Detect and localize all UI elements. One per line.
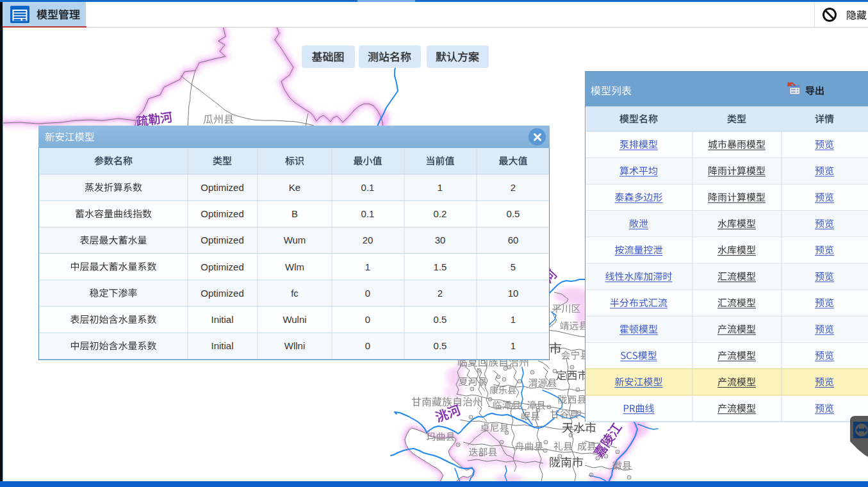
svg-text:2: 2 [511, 182, 516, 193]
svg-text:Initial: Initial [211, 314, 233, 325]
svg-text:Optimized: Optimized [201, 261, 244, 272]
svg-text:1: 1 [365, 261, 370, 272]
svg-text:B: B [291, 208, 298, 219]
svg-text:0.5: 0.5 [507, 208, 520, 219]
svg-text:0.1: 0.1 [361, 182, 375, 193]
svg-text:Wlm: Wlm [285, 261, 304, 272]
svg-text:0: 0 [365, 288, 370, 299]
svg-text:0.5: 0.5 [434, 340, 447, 351]
svg-text:1: 1 [511, 340, 516, 351]
svg-text:Optimized: Optimized [201, 182, 244, 193]
svg-text:1: 1 [511, 314, 516, 325]
svg-text:1: 1 [438, 182, 443, 193]
svg-text:2: 2 [438, 288, 443, 299]
svg-text:0.5: 0.5 [434, 314, 447, 325]
svg-text:Initial: Initial [211, 340, 233, 351]
svg-text:5: 5 [511, 261, 516, 272]
svg-text:0: 0 [365, 340, 370, 351]
svg-text:0.2: 0.2 [434, 208, 447, 219]
svg-text:Wulni: Wulni [283, 314, 306, 325]
svg-text:Optimized: Optimized [201, 208, 244, 219]
svg-text:30: 30 [435, 235, 446, 245]
svg-text:Optimized: Optimized [201, 288, 244, 299]
svg-text:Wum: Wum [284, 235, 306, 245]
svg-text:Wllni: Wllni [284, 340, 306, 351]
svg-text:fc: fc [291, 288, 299, 299]
svg-text:0.1: 0.1 [361, 208, 375, 219]
svg-text:20: 20 [363, 235, 373, 245]
svg-text:60: 60 [508, 235, 519, 245]
svg-text:10: 10 [508, 288, 519, 299]
svg-text:Ke: Ke [289, 182, 300, 193]
svg-text:0: 0 [365, 314, 370, 325]
svg-text:Optimized: Optimized [201, 235, 244, 245]
svg-text:1.5: 1.5 [434, 261, 447, 272]
